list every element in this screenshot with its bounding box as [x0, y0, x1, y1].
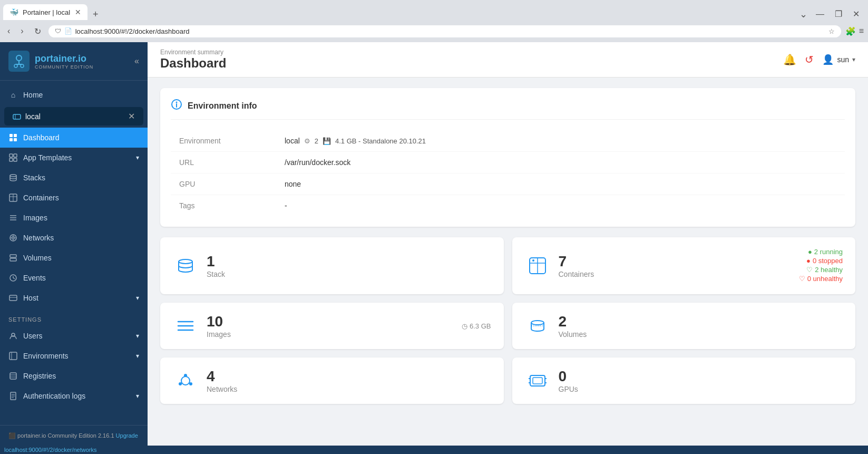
- extensions-icon[interactable]: 🧩: [845, 26, 856, 36]
- sidebar-item-users[interactable]: Users ▾: [0, 326, 148, 346]
- page-title: Dashboard: [160, 56, 226, 71]
- sidebar-item-containers[interactable]: Containers: [0, 188, 148, 208]
- refresh-button[interactable]: ↻: [31, 24, 44, 38]
- stacks-icon: [8, 173, 18, 182]
- env-card-header: Environment info: [171, 99, 845, 120]
- footer-logo-icon: ⬛: [8, 432, 17, 439]
- sidebar-item-registries[interactable]: Registries: [0, 366, 148, 386]
- app-templates-icon: [8, 153, 18, 162]
- close-button[interactable]: ✕: [849, 8, 864, 20]
- notifications-icon[interactable]: 🔔: [783, 53, 796, 66]
- logo-edition: COMMUNITY EDITION: [35, 64, 93, 70]
- containers-card[interactable]: 7 Containers ● 2 running ● 0 stopped: [512, 237, 856, 294]
- upgrade-link[interactable]: Upgrade: [116, 432, 138, 439]
- sidebar-item-volumes[interactable]: Volumes: [0, 248, 148, 268]
- volumes-card[interactable]: 2 Volumes: [512, 303, 856, 349]
- env-badge-name: local: [25, 112, 41, 121]
- env-label-gpu: GPU: [171, 173, 276, 195]
- minimize-button[interactable]: —: [812, 8, 828, 20]
- sidebar-item-networks[interactable]: Networks: [0, 228, 148, 248]
- environments-chevron: ▾: [136, 352, 139, 360]
- bookmark-icon[interactable]: ☆: [828, 27, 835, 35]
- tab-close-button[interactable]: ✕: [75, 8, 81, 16]
- volumes-label: Volumes: [559, 330, 843, 339]
- back-button[interactable]: ‹: [4, 24, 13, 38]
- sidebar-item-app-templates-label: App Templates: [23, 153, 72, 162]
- gpus-card-icon: [525, 368, 550, 393]
- sidebar-item-home[interactable]: ⌂ Home: [0, 85, 148, 105]
- svg-point-47: [179, 259, 192, 264]
- sidebar-item-containers-label: Containers: [23, 194, 59, 202]
- events-icon: [8, 273, 18, 283]
- unhealthy-text: 0 unhealthy: [807, 275, 843, 283]
- networks-card-info: 4 Networks: [207, 368, 491, 393]
- env-row-gpu: GPU none: [171, 173, 845, 195]
- sidebar-item-images[interactable]: Images: [0, 208, 148, 228]
- svg-rect-37: [10, 373, 16, 379]
- svg-rect-10: [9, 138, 13, 141]
- healthy-icon: ♡: [806, 266, 813, 274]
- sidebar-item-volumes-label: Volumes: [23, 254, 52, 262]
- env-info-icon: [171, 99, 182, 113]
- sidebar-item-host[interactable]: Host ▾: [0, 288, 148, 308]
- env-value-environment: local ⚙ 2 💾 4.1 GB - Standalone 20.10.21: [276, 130, 845, 152]
- sidebar-item-environments[interactable]: Environments ▾: [0, 346, 148, 366]
- svg-rect-27: [10, 255, 16, 257]
- logo-text: portainer.io COMMUNITY EDITION: [35, 53, 93, 70]
- sidebar-item-app-templates[interactable]: App Templates ▾: [0, 148, 148, 168]
- tab-overflow-button[interactable]: ⌄: [799, 8, 807, 20]
- footer-version-text: ⬛ portainer.io Community Edition 2.16.1 …: [8, 432, 138, 439]
- auth-logs-icon: [8, 391, 18, 401]
- sidebar-item-dashboard[interactable]: Dashboard: [0, 128, 148, 148]
- gpus-card-info: 0 GPUs: [559, 368, 843, 393]
- new-tab-button[interactable]: +: [87, 9, 104, 20]
- images-label: Images: [207, 330, 453, 339]
- env-label-environment: Environment: [171, 130, 276, 152]
- svg-rect-6: [13, 114, 21, 119]
- main-content: Environment info Environment local ⚙ 2 💾…: [148, 78, 868, 414]
- containers-count: 7: [559, 253, 791, 270]
- main-area: Environment summary Dashboard 🔔 ↺ 👤 sun …: [148, 42, 868, 446]
- settings-section-label: Settings: [0, 308, 148, 326]
- stacks-card[interactable]: 1 Stack: [160, 237, 504, 294]
- sidebar-item-events-label: Events: [23, 274, 46, 282]
- security-icon: 🛡: [55, 27, 61, 35]
- env-label-tags: Tags: [171, 195, 276, 217]
- ram-icon: 💾: [323, 137, 331, 145]
- images-card[interactable]: 10 Images ◷ 6.3 GB: [160, 303, 504, 349]
- active-tab[interactable]: 🐳 Portainer | local ✕: [3, 4, 87, 20]
- gpus-label: GPUs: [559, 385, 843, 393]
- env-badge-close[interactable]: ✕: [128, 111, 135, 121]
- sidebar-collapse-button[interactable]: «: [134, 56, 139, 66]
- sidebar-item-auth-logs-label: Authentication logs: [23, 392, 85, 400]
- networks-count: 4: [207, 368, 491, 385]
- app-templates-chevron: ▾: [136, 154, 139, 161]
- tab-favicon: 🐳: [9, 8, 18, 16]
- sidebar-item-events[interactable]: Events: [0, 268, 148, 288]
- sidebar-item-stacks[interactable]: Stacks: [0, 168, 148, 188]
- env-info-table: Environment local ⚙ 2 💾 4.1 GB - Standal…: [171, 130, 845, 216]
- toolbar-icons: 🧩 ≡: [845, 26, 864, 36]
- svg-point-45: [176, 102, 178, 103]
- address-bar[interactable]: 🛡 📄 localhost:9000/#!/2/docker/dashboard…: [48, 25, 841, 37]
- cpu-count: 2: [315, 137, 318, 145]
- menu-icon[interactable]: ≡: [859, 26, 864, 36]
- gpus-card[interactable]: 0 GPUs: [512, 358, 856, 404]
- user-menu[interactable]: 👤 sun ▾: [822, 54, 855, 65]
- restore-button[interactable]: ❐: [831, 8, 846, 20]
- env-badge-icon: [13, 112, 21, 121]
- env-value-tags: -: [276, 195, 845, 217]
- environment-info-card: Environment info Environment local ⚙ 2 💾…: [160, 88, 855, 227]
- containers-card-info: 7 Containers: [559, 253, 791, 278]
- app-container: portainer.io COMMUNITY EDITION « ⌂ Home …: [0, 42, 868, 446]
- svg-point-55: [531, 321, 544, 325]
- svg-rect-65: [533, 378, 542, 384]
- sidebar-item-auth-logs[interactable]: Authentication logs ▾: [0, 386, 148, 406]
- svg-line-63: [181, 383, 182, 383]
- networks-card[interactable]: 4 Networks: [160, 358, 504, 404]
- reload-icon[interactable]: ↺: [805, 53, 814, 66]
- sidebar-item-host-label: Host: [23, 294, 38, 302]
- forward-button[interactable]: ›: [17, 24, 26, 38]
- networks-card-icon: [173, 368, 198, 393]
- environments-icon: [8, 351, 18, 361]
